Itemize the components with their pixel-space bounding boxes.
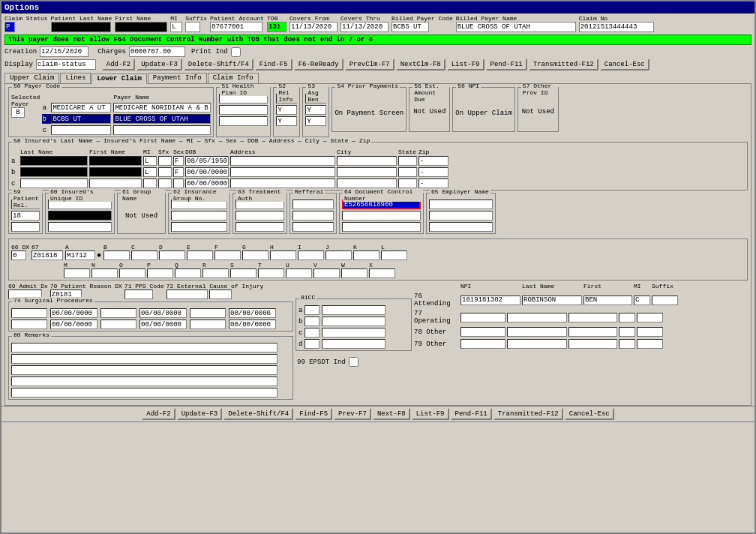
print-ind-checkbox[interactable] [231,47,241,57]
field-80-2[interactable] [11,354,278,364]
claim-status-input[interactable] [4,22,15,32]
dx-col-j-input[interactable] [326,250,352,260]
dx-col-d-input[interactable] [159,250,185,260]
bot-pend-f11-button[interactable]: Pend-F11 [451,408,492,420]
surg-2-code[interactable] [100,308,136,318]
insured-sex-b[interactable] [173,167,184,177]
pend-f11-button[interactable]: Pend-F11 [486,58,527,70]
field-78-last[interactable] [507,327,567,337]
bot-next-f8-button[interactable]: Next-F8 [373,408,410,420]
dx-col-f-input[interactable] [214,250,241,260]
field-76-last[interactable] [522,296,582,305]
tab-upper-claim[interactable]: Upper Claim [4,73,59,83]
field-99-checkbox[interactable] [349,357,358,367]
dx-col-t-input[interactable] [258,268,284,278]
creation-input[interactable] [40,46,88,57]
delete-f4-button[interactable]: Delete-Shift/F4 [184,58,254,70]
bot-transmitted-f12-button[interactable]: Transmitted-F12 [494,408,563,420]
refferal-b[interactable] [292,211,334,220]
field-59-b[interactable] [11,211,40,220]
bot-find-f5-button[interactable]: Find-F5 [295,408,332,420]
surg-3-code[interactable] [190,308,226,318]
nextclm-f8-button[interactable]: NextClm-F8 [396,58,446,70]
charges-input[interactable] [129,46,185,57]
dx-col-w-input[interactable] [341,268,368,278]
field-52-b[interactable] [276,105,297,115]
payer-code-c[interactable] [51,125,111,135]
insured-last-a[interactable] [20,156,88,166]
field-81cc-a-q1[interactable] [304,305,320,315]
insured-dob-b[interactable] [185,167,229,177]
insured-sfx-c[interactable] [158,178,172,188]
insured-mi-b[interactable] [143,167,157,177]
insured-address-b[interactable] [230,167,335,177]
field-62-b[interactable] [171,211,227,220]
dx-col-r-input[interactable] [202,268,229,278]
add-f2-button[interactable]: Add-F2 [102,58,135,70]
field-77-last[interactable] [507,313,567,322]
patient-account-input[interactable] [210,22,262,32]
field-79-last[interactable] [507,339,567,349]
payer-name-a[interactable] [113,103,211,112]
field-78-mi[interactable] [619,327,635,337]
dx-col-v-input[interactable] [314,268,340,278]
insured-last-b[interactable] [20,167,88,177]
field-80-1[interactable] [11,343,278,352]
display-input[interactable] [36,59,96,70]
transmitted-f12-button[interactable]: Transmitted-F12 [529,58,598,70]
bot-delete-f4-button[interactable]: Delete-Shift/F4 [224,408,293,420]
insured-mi-a[interactable] [143,156,157,166]
refferal-c[interactable] [292,222,334,232]
field-59-c[interactable] [11,222,40,232]
dx-col-g-input[interactable] [242,250,268,260]
dx-col-p-input[interactable] [147,268,173,278]
payer-code-a[interactable] [51,103,111,112]
field-76-suffix[interactable] [652,296,678,305]
field-80-5[interactable] [11,388,278,398]
dx-col-u-input[interactable] [286,268,312,278]
field-76-first[interactable] [584,296,632,305]
tab-payment-info[interactable]: Payment Info [148,73,207,83]
insured-state-b[interactable] [398,167,417,177]
field-65-a[interactable] [429,200,493,209]
dx-col-b-input[interactable] [104,250,130,260]
surg-3-date[interactable] [229,308,276,318]
field-78-first[interactable] [568,327,617,337]
field-79-first[interactable] [568,339,617,349]
tab-lines[interactable]: Lines [60,73,91,83]
dx-col-l-input[interactable] [381,250,407,260]
dx-col-q-input[interactable] [175,268,201,278]
field-78-suffix[interactable] [637,327,663,337]
field-53-c[interactable] [305,116,326,126]
insured-address-c[interactable] [230,178,335,188]
insured-city-c[interactable] [337,178,397,188]
insured-first-b[interactable] [89,167,142,177]
surg-5-code[interactable] [100,320,136,329]
insured-sex-c[interactable] [173,178,184,188]
billed-payer-code-input[interactable] [392,22,429,32]
field-60-b[interactable] [48,211,112,220]
tob-input[interactable] [267,22,286,32]
field-81cc-c-q1[interactable] [304,328,320,338]
first-name-input[interactable] [115,22,167,32]
insured-city-b[interactable] [337,167,397,177]
insured-state-c[interactable] [398,178,417,188]
field-51-c[interactable] [219,116,268,126]
dx-col-n-input[interactable] [92,268,118,278]
field-76-npi[interactable] [460,296,520,305]
field-72-input1[interactable] [166,290,208,299]
dx-col-i-input[interactable] [298,250,324,260]
field-63-b[interactable] [236,211,284,220]
insured-last-c[interactable] [20,178,88,188]
patient-last-name-input[interactable] [51,22,111,32]
suffix-input[interactable] [185,22,200,32]
field-65-b[interactable] [429,211,493,220]
insured-city-a[interactable] [337,156,397,166]
insured-sex-a[interactable] [173,156,184,166]
bot-prev-f7-button[interactable]: Prev-F7 [334,408,371,420]
field-77-suffix[interactable] [637,313,663,322]
field-79-suffix[interactable] [637,339,663,349]
surg-5-date[interactable] [140,320,187,329]
field-79-mi[interactable] [619,339,635,349]
field-81cc-d-q2[interactable] [322,339,386,349]
